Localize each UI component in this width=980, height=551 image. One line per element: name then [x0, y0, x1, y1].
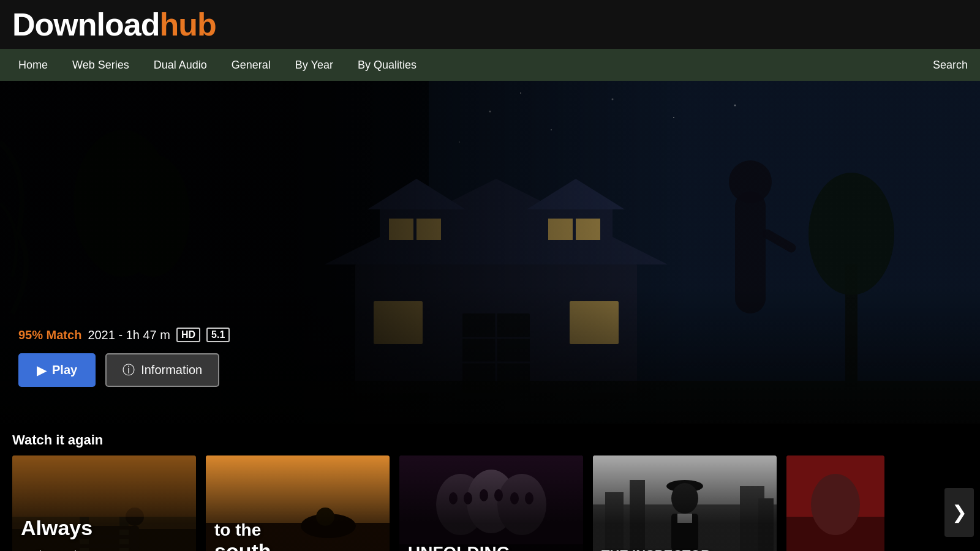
nav-web-series[interactable]: Web Series: [60, 49, 141, 81]
watch-again-title: Watch it again: [12, 432, 968, 448]
nav-general[interactable]: General: [219, 49, 283, 81]
match-percentage: 95% Match: [18, 328, 81, 342]
search-area[interactable]: Search: [933, 59, 974, 72]
next-arrow-button[interactable]: ❯: [944, 488, 974, 537]
logo[interactable]: Downloadhub: [12, 6, 216, 43]
thumb-extra[interactable]: [786, 455, 884, 551]
hero-content: 95% Match 2021 - 1h 47 m HD 5.1 ▶ Play ⓘ…: [18, 328, 230, 387]
svg-point-73: [811, 474, 860, 535]
year-duration: 2021 - 1h 47 m: [88, 328, 170, 342]
hero-year: 2021: [88, 328, 115, 342]
audio-badge: 5.1: [206, 328, 230, 342]
thumb-road-title: Alwayson the road: [21, 517, 92, 551]
hero-buttons: ▶ Play ⓘ Information: [18, 353, 230, 387]
nav-dual-audio[interactable]: Dual Audio: [141, 49, 219, 81]
header: Downloadhub: [0, 0, 980, 49]
thumb-inspector[interactable]: THE INSPECTOR: [593, 455, 777, 551]
thumb-inspector-label: THE INSPECTOR: [593, 455, 777, 551]
play-icon: ▶: [37, 363, 46, 378]
thumb-always-on-road[interactable]: Alwayson the road: [12, 455, 196, 551]
logo-hub: hub: [159, 7, 216, 42]
hero-duration: 1h 47 m: [126, 328, 170, 342]
hero-metadata: 95% Match 2021 - 1h 47 m HD 5.1: [18, 328, 230, 342]
hero-banner: 95% Match 2021 - 1h 47 m HD 5.1 ▶ Play ⓘ…: [0, 81, 980, 424]
hero-separator: -: [118, 328, 126, 342]
thumb-extra-image: [786, 455, 884, 551]
logo-download: Download: [12, 7, 159, 42]
nav-by-year[interactable]: By Year: [283, 49, 345, 81]
thumb-south-title: to thesouth: [214, 521, 271, 551]
nav-by-qualities[interactable]: By Qualities: [345, 49, 429, 81]
watch-again-section: Watch it again Alwayso: [0, 424, 980, 551]
info-icon: ⓘ: [123, 362, 135, 378]
thumb-to-the-south[interactable]: to thesouth: [206, 455, 390, 551]
play-button[interactable]: ▶ Play: [18, 353, 96, 387]
thumb-road-label: Alwayson the road: [12, 455, 196, 551]
play-label: Play: [52, 363, 77, 377]
thumb-unfolding[interactable]: UNFOLDING: [399, 455, 583, 551]
info-label: Information: [141, 363, 202, 377]
thumb-unfolding-label: UNFOLDING: [399, 455, 583, 551]
thumbnail-list: Alwayson the road to thesouth: [12, 455, 968, 551]
hd-badge: HD: [176, 328, 200, 342]
thumb-unfolding-title: UNFOLDING: [408, 544, 510, 551]
info-button[interactable]: ⓘ Information: [105, 353, 219, 387]
thumb-south-label: to thesouth: [206, 455, 390, 551]
nav-home[interactable]: Home: [6, 49, 60, 81]
thumb-inspector-title: THE INSPECTOR: [601, 548, 710, 551]
navigation: Home Web Series Dual Audio General By Ye…: [0, 49, 980, 81]
